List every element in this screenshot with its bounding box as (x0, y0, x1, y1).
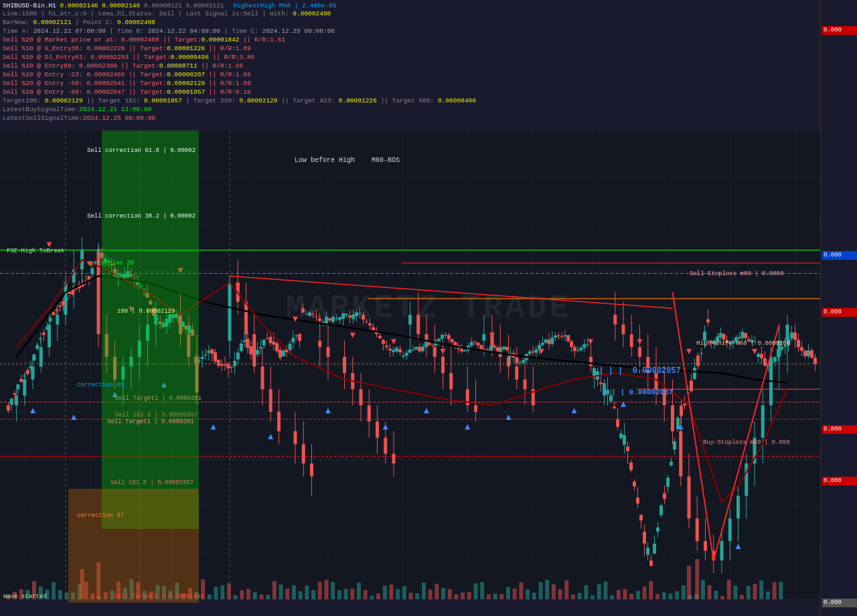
chart-container: MARKETZ TRADE SHIBUSD-Bin.H1 0.00002146 … (0, 0, 857, 616)
price-box-5: 0.000 (822, 477, 857, 485)
price-box-3: 0.000 (822, 308, 857, 317)
time-axis (0, 603, 820, 616)
price-box-1: 0.000 (822, 26, 857, 35)
orange-correction-zone (68, 489, 199, 613)
price-box-6: 0.000 (822, 599, 857, 607)
price-box-2: 0.000 (822, 251, 857, 260)
right-price-axis: 0.000 0.000 0.000 0.000 0.000 0.000 (820, 0, 857, 616)
green-correction-zone (102, 131, 199, 529)
price-box-4: 0.000 (822, 425, 857, 434)
